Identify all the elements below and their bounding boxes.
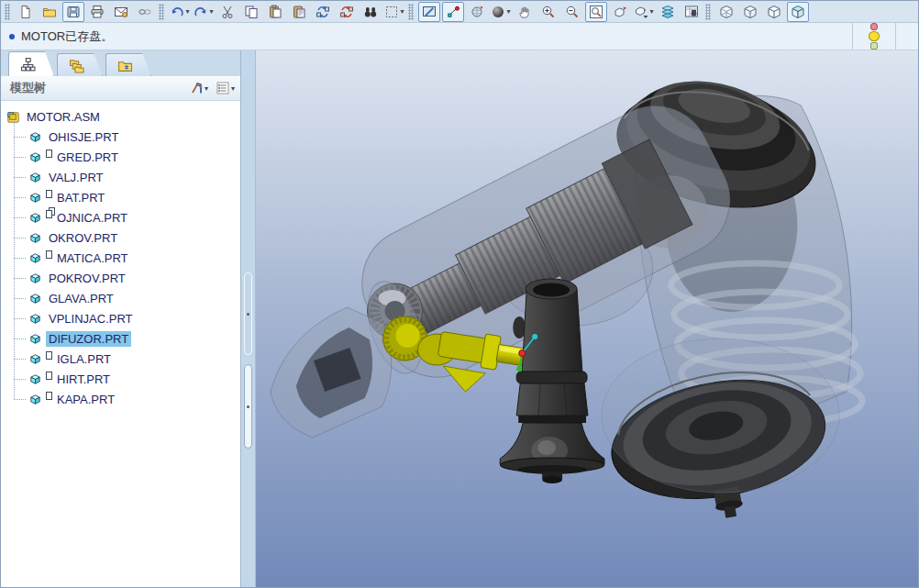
- wireframe-display-icon: [719, 5, 734, 19]
- redo-icon: [194, 5, 208, 19]
- tree-item-kapa-prt[interactable]: KAPA.PRT: [6, 389, 240, 409]
- toolbar-grip: [705, 4, 711, 20]
- tree-item-gred-prt[interactable]: GRED.PRT: [6, 147, 240, 167]
- feature-flag-icon: [46, 210, 52, 218]
- panel-title: 模型树: [10, 80, 46, 96]
- reorient-view-button[interactable]: [609, 2, 631, 22]
- tree-item-valj-prt[interactable]: VALJ.PRT: [6, 167, 240, 187]
- tree-item-bat-prt[interactable]: BAT.PRT: [6, 187, 240, 207]
- dropdown-arrow-icon[interactable]: ▾: [506, 7, 510, 16]
- saved-views-button[interactable]: ▾: [633, 2, 655, 22]
- paste-button[interactable]: [264, 2, 286, 22]
- save-file-icon: [66, 5, 81, 19]
- tab-model-tree[interactable]: [8, 51, 54, 76]
- tree-item-motor-asm[interactable]: MOTOR.ASM: [6, 106, 240, 127]
- save-file-button[interactable]: [62, 2, 84, 22]
- find-button[interactable]: [360, 2, 382, 22]
- dropdown-arrow-icon[interactable]: ▾: [231, 84, 235, 93]
- no-hidden-display-icon: [767, 5, 781, 19]
- toolbar-grip: [5, 4, 10, 20]
- pan-button[interactable]: [514, 2, 536, 22]
- feature-flag-icon: [46, 150, 52, 158]
- panel-splitter[interactable]: [241, 50, 256, 588]
- tree-item-okrov-prt[interactable]: OKROV.PRT: [6, 227, 240, 248]
- model-tree-tools-button-icon: [189, 81, 204, 95]
- toolbar-grip: [159, 4, 164, 20]
- regenerate-manual-button[interactable]: [336, 2, 358, 22]
- splitter-handle-top[interactable]: [244, 272, 252, 355]
- cut-button[interactable]: [216, 2, 238, 22]
- wireframe-display-button[interactable]: [715, 2, 737, 22]
- tree-item-vplinjac-prt[interactable]: VPLINJAC.PRT: [6, 308, 240, 328]
- new-file-button[interactable]: [15, 2, 37, 22]
- tree-item-ojnica-prt[interactable]: OJNICA.PRT: [6, 207, 240, 227]
- redo-button[interactable]: ▾: [193, 2, 215, 22]
- open-file-button[interactable]: [39, 2, 61, 22]
- navigator-panel: 模型树 ▾▾ MOTOR.ASMOHISJE.PRTGRED.PRTVALJ.P…: [1, 50, 241, 588]
- tree-item-igla-prt[interactable]: IGLA.PRT: [6, 349, 240, 369]
- splitter-handle-bottom[interactable]: [244, 364, 252, 449]
- hidden-line-display-icon: [743, 5, 758, 19]
- undo-button[interactable]: ▾: [169, 2, 191, 22]
- model-tree-settings-button[interactable]: ▾: [216, 81, 235, 95]
- splitter-dot: [247, 313, 249, 316]
- select-filter-button[interactable]: ▾: [383, 2, 405, 22]
- refit-icon: [589, 5, 603, 19]
- link-button[interactable]: [134, 2, 156, 22]
- find-icon: [363, 5, 378, 19]
- print-button[interactable]: [86, 2, 108, 22]
- copy-button[interactable]: [240, 2, 262, 22]
- pan-icon: [517, 5, 532, 19]
- view-manager-button[interactable]: [681, 2, 703, 22]
- paste-special-button[interactable]: [288, 2, 310, 22]
- no-hidden-display-button[interactable]: [763, 2, 785, 22]
- hidden-line-display-button[interactable]: [739, 2, 761, 22]
- message-bullet-icon: [9, 34, 15, 39]
- 3d-viewport-canvas[interactable]: [256, 50, 918, 588]
- navigator-tabs: [1, 50, 240, 76]
- model-tree-header: 模型树 ▾▾: [1, 76, 240, 101]
- tab-folder-browser[interactable]: [57, 53, 103, 76]
- repaint-button[interactable]: [418, 2, 440, 22]
- orient-mode-button[interactable]: [466, 2, 488, 22]
- part-icon: [28, 393, 42, 406]
- refit-button[interactable]: [585, 2, 607, 22]
- tree-item-label: OKROV.PRT: [46, 230, 120, 246]
- render-style-button[interactable]: ▾: [490, 2, 512, 22]
- tree-item-hirt-prt[interactable]: HIRT.PRT: [6, 369, 240, 389]
- graphics-area[interactable]: [256, 50, 918, 588]
- tree-item-matica-prt[interactable]: MATICA.PRT: [6, 248, 240, 268]
- zoom-out-button[interactable]: [561, 2, 583, 22]
- feature-flag-icon: [46, 190, 52, 198]
- splitter-dot: [247, 405, 249, 408]
- model-tree-tools-button[interactable]: ▾: [189, 81, 208, 95]
- dropdown-arrow-icon[interactable]: ▾: [205, 84, 208, 93]
- dropdown-arrow-icon[interactable]: ▾: [209, 7, 213, 16]
- tree-item-label: MATICA.PRT: [54, 250, 131, 266]
- tab-folder-browser-icon: [69, 58, 84, 73]
- tab-favorites[interactable]: [105, 53, 151, 76]
- send-email-button[interactable]: [110, 2, 132, 22]
- tree-item-difuzor-prt[interactable]: DIFUZOR.PRT: [6, 328, 240, 349]
- spin-center-toggle-button[interactable]: [442, 2, 464, 22]
- part-icon: [28, 332, 42, 346]
- layers-button[interactable]: [657, 2, 679, 22]
- dropdown-arrow-icon[interactable]: ▾: [649, 7, 653, 16]
- main-toolbar: ▾▾▾▾▾: [1, 1, 918, 23]
- message-text: MOTOR已存盘。: [21, 28, 113, 45]
- part-icon: [28, 352, 42, 366]
- dropdown-arrow-icon[interactable]: ▾: [400, 7, 404, 16]
- regeneration-status-icon[interactable]: [853, 23, 895, 50]
- zoom-out-icon: [565, 5, 580, 19]
- shaded-display-button[interactable]: [787, 2, 809, 22]
- regenerate-button[interactable]: [312, 2, 334, 22]
- tree-item-ohisje-prt[interactable]: OHISJE.PRT: [6, 127, 240, 147]
- zoom-in-button[interactable]: [537, 2, 559, 22]
- cut-icon: [220, 5, 235, 19]
- tree-item-glava-prt[interactable]: GLAVA.PRT: [6, 288, 240, 308]
- dropdown-arrow-icon[interactable]: ▾: [185, 7, 189, 16]
- tree-item-label: BAT.PRT: [54, 190, 107, 205]
- repaint-icon: [422, 5, 437, 19]
- tree-item-pokrov-prt[interactable]: POKROV.PRT: [6, 268, 240, 288]
- tree-item-label: IGLA.PRT: [54, 351, 114, 367]
